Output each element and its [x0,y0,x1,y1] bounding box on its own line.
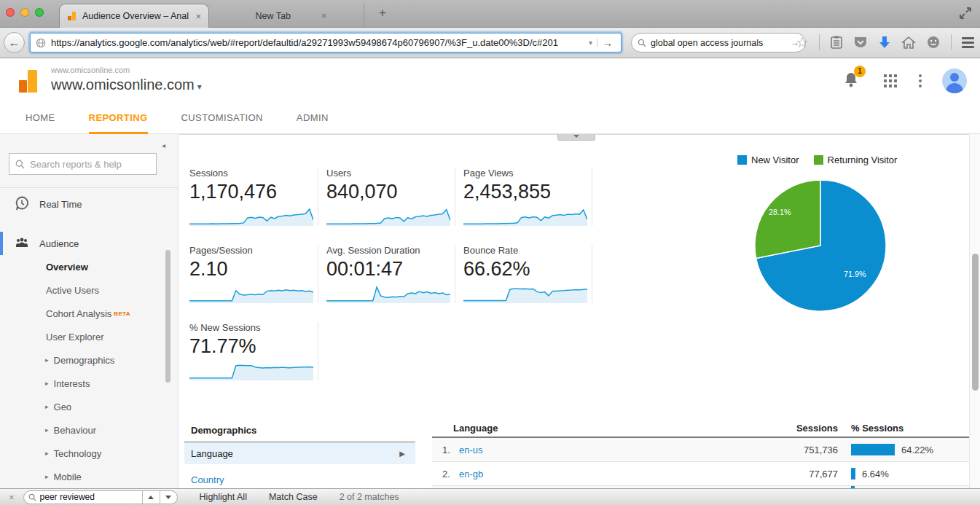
find-input[interactable]: peer reviewed [23,490,178,504]
page-scrollbar[interactable] [969,134,980,488]
tab-close-icon[interactable]: × [321,11,327,20]
chevron-down-icon [165,496,171,499]
find-previous-button[interactable] [142,490,160,504]
page-scrollbar-thumb[interactable] [972,254,979,391]
find-bar: × peer reviewed Highlight All Match Case… [0,488,980,505]
tab-admin[interactable]: ADMIN [297,103,329,134]
demographics-item-country[interactable]: Country [184,469,415,488]
pct-sessions-value: 64.22% [901,445,933,455]
sidebar-item-real-time[interactable]: Real Time [0,192,178,216]
beta-badge: BETA [114,310,130,317]
browser-tab-bar: Audience Overview – Anal... × New Tab × … [0,0,980,28]
analytics-logo-icon [19,69,39,93]
tab-home[interactable]: HOME [26,103,55,134]
find-query-text[interactable]: peer reviewed [40,492,142,502]
sidebar-scrollbar-thumb[interactable] [165,250,170,383]
window-zoom-button[interactable] [35,8,44,17]
svg-text:28.1%: 28.1% [769,208,791,216]
sidebar-item-demographics[interactable]: ▸Demographics [0,348,178,372]
avatar[interactable] [942,68,967,93]
apps-grid-icon[interactable] [884,74,897,87]
highlight-all-button[interactable]: Highlight All [200,492,247,502]
more-options-icon[interactable] [919,72,922,90]
audience-icon [15,237,29,251]
metric-label: Pages/Session [189,245,318,256]
tab-new-tab[interactable]: New Tab × [219,4,364,28]
sidebar-search-placeholder: Search reports & help [30,159,122,170]
sidebar-item-technology[interactable]: ▸Technology [0,442,178,465]
arrow-right-icon: ▶ [399,450,405,458]
search-query-text[interactable]: global open access journals [651,38,790,48]
url-history-dropdown-icon[interactable]: ▾ [584,39,597,47]
menu-icon[interactable] [962,35,974,50]
window-close-button[interactable] [6,8,15,17]
col-header-language[interactable]: Language [432,423,651,434]
avg-session-duration-sparkline [326,284,450,303]
language-link[interactable]: en-us [459,445,483,455]
sidebar-item-interests[interactable]: ▸Interests [0,372,178,395]
new-tab-button[interactable]: + [373,6,392,20]
language-link[interactable]: en-gb [459,469,483,479]
collapse-panel-handle[interactable] [557,134,595,141]
col-header-pct-sessions[interactable]: % Sessions [851,423,903,434]
demographics-item-language[interactable]: Language ▶ [184,442,415,464]
metric-value: 2.10 [189,258,318,281]
sidebar-item-label: Audience [39,238,79,249]
legend-label: Returning Visitor [828,154,898,165]
sidebar-item-geo[interactable]: ▸Geo [0,395,178,418]
globe-icon [36,38,46,48]
pocket-icon[interactable] [853,36,868,50]
bookmark-star-icon[interactable]: ☆ [796,34,809,51]
analytics-header: www.omicsonline.com www.omicsonline.com▾… [0,58,980,103]
page-views-sparkline [463,207,587,226]
pie-legend: New Visitor Returning Visitor [737,154,897,165]
match-case-button[interactable]: Match Case [269,492,318,502]
sidebar-item-audience[interactable]: Audience [0,232,178,255]
find-close-icon[interactable]: × [9,492,15,503]
back-button[interactable]: ← [4,32,25,53]
demographics-title: Demographics [184,420,415,442]
tab-customisation[interactable]: CUSTOMISATION [181,103,263,134]
home-icon[interactable] [901,36,916,50]
tab-close-icon[interactable]: × [195,12,201,21]
chevron-up-icon [148,496,154,499]
metric-card-users: Users 840,070 [318,168,455,226]
sidebar-item-cohort-analysis[interactable]: Cohort AnalysisBETA [0,302,178,325]
sidebar-search-input[interactable]: Search reports & help [9,153,157,175]
window-minimize-button[interactable] [20,8,29,17]
url-go-icon[interactable]: → [597,37,618,49]
sidebar-item-behaviour[interactable]: ▸Behaviour [0,418,178,442]
chevron-down-icon: ▾ [197,82,202,92]
sidebar-item-label: Geo [54,402,72,412]
expand-triangle-icon: ▸ [45,380,49,387]
find-next-button[interactable] [160,490,177,504]
pages-session-sparkline [189,284,313,303]
window-controls [6,8,44,17]
expand-triangle-icon: ▸ [45,356,49,364]
expand-triangle-icon: ▸ [45,426,49,434]
reading-list-icon[interactable] [830,35,843,50]
notification-badge: 1 [854,66,866,77]
notifications-button[interactable]: 1 [843,71,859,91]
url-bar[interactable]: https://analytics.google.com/analytics/w… [30,33,622,52]
sidebar-item-overview[interactable]: Overview [0,255,178,278]
sidebar-collapse-icon[interactable]: ◂ [162,141,165,149]
tab-reporting[interactable]: REPORTING [89,103,148,134]
fullscreen-icon[interactable] [958,6,973,20]
search-bar[interactable]: global open access journals → [631,33,806,52]
sidebar-item-user-explorer[interactable]: User Explorer [0,325,178,348]
tab-audience-overview[interactable]: Audience Overview – Anal... × [59,4,209,28]
property-selector[interactable]: www.omicsonline.com▾ [51,77,202,93]
col-header-sessions[interactable]: Sessions [651,423,838,434]
legend-label: New Visitor [751,154,799,165]
hello-chat-icon[interactable] [926,35,941,50]
sidebar-item-active-users[interactable]: Active Users [0,278,178,302]
browser-window: Audience Overview – Anal... × New Tab × … [0,0,980,505]
sidebar-item-mobile[interactable]: ▸Mobile [0,465,178,488]
url-text[interactable]: https://analytics.google.com/analytics/w… [51,37,584,48]
metric-card-bounce-rate: Bounce Rate 66.62% [455,245,592,303]
visitor-type-pie-chart: 71.9%28.1% [753,178,888,316]
downloads-icon[interactable] [878,35,891,50]
expand-triangle-icon: ▸ [45,473,49,480]
metric-card-page-views: Page Views 2,453,855 [455,168,592,226]
